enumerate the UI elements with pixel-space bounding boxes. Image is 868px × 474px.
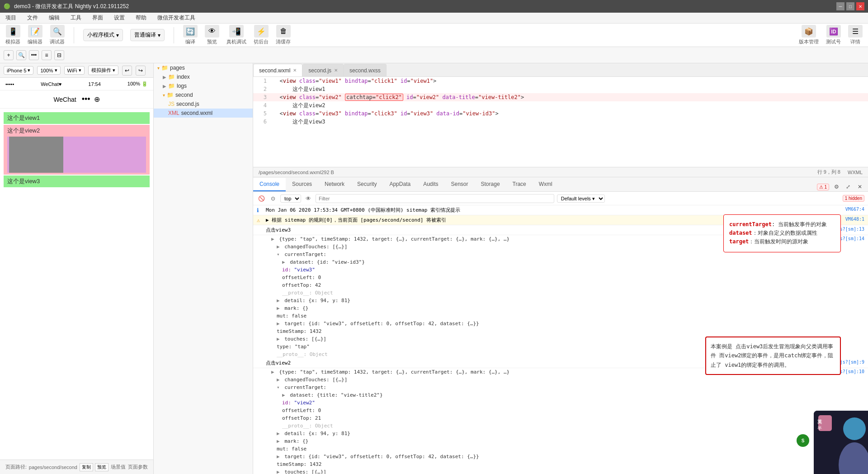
corner-badge-text: S <box>802 438 805 443</box>
devtab-security[interactable]: Security <box>351 178 383 191</box>
list-view-button[interactable]: ≡ <box>42 50 52 60</box>
expand-target-2[interactable]: ▶ <box>277 454 280 460</box>
close-tab-wxml[interactable]: ✕ <box>293 68 297 73</box>
tab-second-js[interactable]: second.js ✕ <box>302 64 344 76</box>
copy-path-button[interactable]: 复制 <box>80 463 93 471</box>
devtab-console-label: Console <box>259 181 279 187</box>
menu-item-file[interactable]: 文件 <box>25 13 40 23</box>
menu-item-project[interactable]: 项目 <box>4 13 18 23</box>
rotate-fwd-button[interactable]: ↪ <box>136 66 146 76</box>
menu-item-wechat[interactable]: 微信开发者工具 <box>156 13 197 23</box>
tree-item-second[interactable]: ▾ 📁 second <box>154 90 253 100</box>
devtab-console[interactable]: Console <box>253 178 286 191</box>
simulator-btn[interactable]: 📱 模拟器 <box>5 25 20 45</box>
devtab-storage[interactable]: Storage <box>475 178 506 191</box>
expand-ct-2[interactable]: ▶ <box>277 377 280 383</box>
expand-ds-2[interactable]: ▶ <box>282 392 285 398</box>
code-editor[interactable]: 1 <view class="view1" bindtap="click1" i… <box>253 77 868 167</box>
entry-link-3[interactable]: second.js?[sm]:13 <box>818 227 864 232</box>
entry-link-4[interactable]: second.js?[sm]:14 <box>818 236 864 241</box>
menu-item-edit[interactable]: 编辑 <box>47 13 61 23</box>
log-level-selector[interactable]: Default levels ▾ <box>557 194 605 203</box>
expand-mark-1[interactable]: ▶ <box>277 305 280 311</box>
devtab-trace[interactable]: Trace <box>506 178 533 191</box>
expand-cur-2[interactable]: ▾ <box>277 384 280 390</box>
menu-item-settings[interactable]: 设置 <box>112 13 127 23</box>
entry-link-2[interactable]: VM648:1 <box>845 217 864 222</box>
devtab-sources[interactable]: Sources <box>286 178 318 191</box>
grid-view-button[interactable]: ⊟ <box>54 50 64 60</box>
devtools-close-button[interactable]: ✕ <box>855 182 864 191</box>
operation-selector[interactable]: 模拟操作 ▾ <box>88 66 118 75</box>
zoom-selector[interactable]: 100% ▾ <box>37 66 60 75</box>
network-selector[interactable]: WiFi ▾ <box>64 66 85 75</box>
tree-item-logs[interactable]: ▶ 📁 logs <box>154 81 253 90</box>
expand-touches-1[interactable]: ▶ <box>277 336 280 342</box>
add-file-button[interactable]: + <box>4 50 14 60</box>
compile-btn[interactable]: 🔄 编译 <box>183 25 198 45</box>
devtab-appdata[interactable]: AppData <box>383 178 417 191</box>
debugger-btn[interactable]: 🔍 调试器 <box>50 25 65 45</box>
expand-arrow-2[interactable]: ▶ <box>271 369 274 375</box>
console-filter-input[interactable] <box>316 194 554 203</box>
devtools-expand-button[interactable]: ⤢ <box>844 182 853 191</box>
expand-detail-1[interactable]: ▶ <box>277 298 280 303</box>
tab-label-wxml: second.wxml <box>259 67 290 74</box>
expand-ct-1[interactable]: ▶ <box>277 244 280 250</box>
devtab-network[interactable]: Network <box>318 178 351 191</box>
expand-target-1[interactable]: ▶ <box>277 321 280 327</box>
tab-second-wxml[interactable]: second.wxml ✕ <box>253 64 302 76</box>
clear-btn[interactable]: 🗑 清缓存 <box>276 25 291 45</box>
phone-view2[interactable]: 这个是view2 <box>4 125 150 175</box>
rotate-back-button[interactable]: ↩ <box>122 66 132 76</box>
editor-btn[interactable]: 📝 编辑器 <box>28 25 42 45</box>
ds-label-2: dataset: {title: "view-title2"} <box>290 392 382 398</box>
detail-btn[interactable]: ☰ 详情 <box>848 25 863 45</box>
compile-mode-selector[interactable]: 普通编译 ▾ <box>130 29 165 41</box>
actionbar: + 🔍 ••• ≡ ⊟ <box>0 47 868 63</box>
tree-item-index[interactable]: ▶ 📁 index <box>154 72 253 81</box>
preview-path-button[interactable]: 预览 <box>95 463 108 471</box>
expand-touches-2[interactable]: ▶ <box>277 469 280 474</box>
mode-selector[interactable]: 小程序模式 ▾ <box>83 29 123 41</box>
device-selector[interactable]: iPhone 5 ▾ <box>4 66 33 75</box>
expand-arrow-1[interactable]: ▶ <box>271 236 274 242</box>
real-debug-btn[interactable]: 📲 真机调试 <box>226 25 246 45</box>
minimize-button[interactable]: ─ <box>836 2 844 10</box>
tab-second-wxss[interactable]: second.wxss <box>344 64 387 76</box>
obj-proto-2: __proto__: Object <box>253 422 868 430</box>
console-top-button[interactable]: ⊙ <box>269 194 278 203</box>
more-button[interactable]: ••• <box>29 50 39 60</box>
tree-item-second-js[interactable]: JS second.js <box>154 100 253 109</box>
console-clear-button[interactable]: 🚫 <box>257 194 266 203</box>
version-mgr-btn[interactable]: 📦 版本管理 <box>799 25 819 45</box>
tree-item-pages[interactable]: ▾ 📁 pages <box>154 63 253 72</box>
expand-ds-1[interactable]: ▶ <box>282 259 285 265</box>
expand-cur-1[interactable]: ▾ <box>277 251 280 257</box>
tree-item-second-wxml[interactable]: XML second.wxml <box>154 109 253 118</box>
sep1 <box>74 27 74 43</box>
menu-item-tools[interactable]: 工具 <box>69 13 83 23</box>
phone-view3[interactable]: 这个是view3 <box>4 175 150 187</box>
expand-mark-2[interactable]: ▶ <box>277 438 280 444</box>
execution-context-selector[interactable]: top <box>280 194 301 203</box>
entry-link-1[interactable]: VM667:4 <box>845 207 864 212</box>
menu-item-view[interactable]: 界面 <box>90 13 105 23</box>
console-entry-warning: VM648:1 ⚠ ▶ 根据 sitemap 的规则[0]，当前页面 [page… <box>253 215 868 225</box>
close-tab-js[interactable]: ✕ <box>334 68 338 73</box>
close-button[interactable]: ✕ <box>856 2 864 10</box>
devtab-sensor[interactable]: Sensor <box>445 178 475 191</box>
expand-detail-2[interactable]: ▶ <box>277 431 280 436</box>
devtab-wxml[interactable]: Wxml <box>533 178 559 191</box>
maximize-button[interactable]: □ <box>846 2 854 10</box>
search-button[interactable]: 🔍 <box>16 50 26 60</box>
devtab-audits[interactable]: Audits <box>417 178 444 191</box>
eye-icon-button[interactable]: 👁 <box>304 194 313 203</box>
preview-btn[interactable]: 👁 预览 <box>205 25 219 45</box>
cut-btn[interactable]: ⚡ 切后台 <box>254 25 269 45</box>
annotation-box: 本案例是 点击view3后发生冒泡现象向父类调用事件 而view2绑定的事件，是… <box>705 337 841 375</box>
devtools-settings-button[interactable]: ⚙ <box>832 182 841 191</box>
phone-view1[interactable]: 这个是view1 <box>4 112 150 124</box>
menu-item-help[interactable]: 帮助 <box>134 13 148 23</box>
test-account-btn[interactable]: 🆔 测试号 <box>826 25 841 45</box>
